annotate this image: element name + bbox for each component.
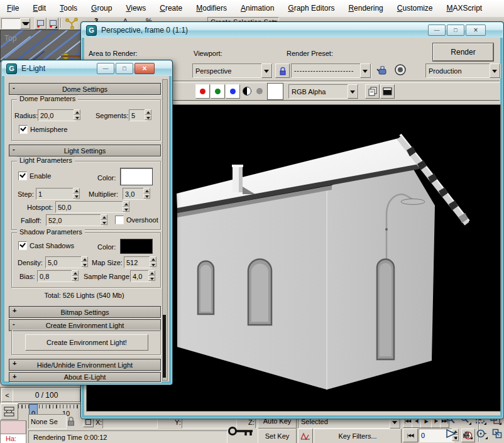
maximize-viewport-toggle[interactable] [490, 427, 504, 440]
rollout-hide-unhide[interactable]: + Hide/Unhide Environment Light [9, 359, 161, 371]
step-spinner[interactable] [73, 188, 80, 199]
render-setup-button[interactable] [375, 62, 390, 77]
chevron-down-icon[interactable] [261, 63, 272, 78]
menu-views[interactable]: Views [119, 0, 153, 16]
collapse-icon[interactable]: - [13, 145, 15, 153]
elight-close-button[interactable]: × [134, 63, 155, 74]
blue-channel-button[interactable] [226, 84, 240, 99]
radius-field[interactable]: 20,0 [38, 109, 76, 121]
menu-create[interactable]: Create [153, 0, 189, 16]
bias-spinner[interactable] [72, 270, 79, 281]
elight-scrollbar-thumb[interactable] [163, 315, 166, 378]
production-mode-combo[interactable]: Production [425, 63, 501, 78]
set-key-button[interactable]: Set Key [258, 429, 297, 443]
bias-field[interactable]: 0,8 [37, 270, 74, 282]
elight-scrollbar[interactable] [162, 79, 168, 381]
overshoot-checkbox[interactable] [115, 216, 124, 224]
map-size-spinner[interactable] [150, 256, 156, 267]
green-channel-button[interactable] [211, 84, 225, 99]
pan-button[interactable] [459, 427, 473, 440]
named-selection-field[interactable] [1, 18, 21, 29]
time-slider-handle[interactable]: 0 / 100 [13, 388, 80, 402]
hotspot-field[interactable]: 50,0 [55, 201, 125, 213]
background-color-swatch[interactable] [267, 83, 283, 100]
enable-checkbox[interactable] [18, 172, 27, 180]
falloff-field[interactable]: 52,0 [46, 214, 103, 226]
rfw-maximize-button[interactable]: □ [447, 25, 464, 36]
segments-spinner[interactable] [145, 109, 151, 120]
falloff-spinner[interactable] [101, 214, 107, 225]
menu-rendering[interactable]: Rendering [341, 0, 390, 16]
menu-file[interactable]: File [0, 0, 26, 16]
time-slider-track[interactable]: < 0 / 100 [0, 387, 82, 403]
listener-pink-row[interactable] [0, 420, 26, 434]
keyboard-shortcut-override-toggle[interactable] [227, 422, 256, 443]
rollout-about[interactable]: + About E-Light [9, 372, 161, 382]
monochrome-button[interactable] [242, 86, 252, 96]
radius-spinner[interactable] [74, 109, 80, 120]
mini-curve-editor-button[interactable] [1, 403, 18, 420]
viewport-combo[interactable]: Perspective [192, 63, 273, 78]
hotspot-spinner[interactable] [123, 201, 129, 212]
key-mode-toggle[interactable]: |◀◀| [403, 429, 418, 442]
field-of-view-button[interactable] [444, 427, 457, 440]
red-channel-button[interactable] [195, 84, 210, 99]
chevron-down-icon[interactable] [360, 63, 371, 78]
select-and-manipulate-icon[interactable] [65, 17, 78, 29]
menu-group[interactable]: Group [84, 0, 119, 16]
expand-icon[interactable]: + [13, 307, 16, 314]
default-in-out-tangent-button[interactable] [298, 429, 313, 443]
selection-lock-icon[interactable] [67, 416, 75, 426]
menu-tools[interactable]: Tools [53, 0, 84, 16]
group-light-label: Light Parameters [17, 156, 75, 164]
mirror-button[interactable] [35, 18, 47, 30]
align-button[interactable] [47, 18, 58, 30]
rollout-bitmap-settings[interactable]: + Bitmap Settings [9, 306, 161, 318]
map-size-field[interactable]: 512 [124, 256, 152, 268]
time-slider-prev-button[interactable]: < [1, 388, 13, 402]
menu-graph-editors[interactable]: Graph Editors [281, 0, 341, 16]
elight-maximize-button[interactable]: □ [116, 63, 133, 74]
named-selection-dropdown-icon[interactable] [20, 18, 30, 29]
menu-animation[interactable]: Animation [234, 0, 281, 16]
expand-icon[interactable]: + [13, 373, 16, 380]
chevron-down-icon[interactable] [490, 63, 500, 78]
shadow-color-swatch[interactable] [120, 239, 153, 254]
menu-modifiers[interactable]: Modifiers [189, 0, 234, 16]
listener-white-row[interactable]: Ha: [0, 434, 26, 443]
density-field[interactable]: 5,0 [45, 256, 84, 268]
viewport-lock-button[interactable] [275, 63, 290, 78]
create-environment-light-button[interactable]: Create Environment Light! [25, 334, 148, 351]
rollout-dome-settings[interactable]: - Dome Settings [9, 83, 161, 95]
multiplier-field[interactable]: 3,0 [123, 188, 146, 200]
render-button[interactable]: Render [433, 43, 493, 61]
channel-display-combo[interactable]: RGB Alpha [288, 84, 359, 99]
menu-customize[interactable]: Customize [390, 0, 440, 16]
render-preset-combo[interactable]: ---------------------- [291, 63, 371, 78]
multiplier-spinner[interactable] [143, 188, 150, 199]
rollout-light-settings[interactable]: - Light Settings [9, 145, 161, 156]
menu-maxscript[interactable]: MAXScript [440, 0, 490, 16]
collapse-icon[interactable]: - [13, 320, 15, 327]
elight-minimize-button[interactable]: — [97, 63, 114, 74]
rfw-minimize-button[interactable]: — [428, 25, 446, 36]
collapse-icon[interactable]: - [13, 84, 15, 91]
copy-image-button[interactable] [365, 84, 380, 99]
sample-range-spinner[interactable] [148, 270, 155, 281]
density-spinner[interactable] [81, 256, 88, 267]
step-field[interactable]: 1 [36, 188, 75, 200]
expand-icon[interactable]: + [13, 359, 16, 367]
key-filters-button[interactable]: Key Filters... [314, 429, 402, 443]
environment-dialog-button[interactable] [393, 62, 408, 77]
cast-shadows-checkbox[interactable] [18, 241, 27, 250]
clone-rendered-frame-button[interactable] [380, 84, 395, 99]
viewport-label[interactable]: Top [4, 34, 16, 43]
alpha-channel-button[interactable] [256, 87, 263, 95]
hemisphere-checkbox[interactable] [19, 125, 28, 134]
chevron-down-icon[interactable] [348, 84, 358, 99]
viewport-top[interactable]: Top [0, 30, 82, 62]
menu-edit[interactable]: Edit [26, 0, 53, 16]
rfw-close-button[interactable]: × [466, 25, 486, 36]
light-color-swatch[interactable] [120, 168, 153, 185]
arc-rotate-button[interactable] [474, 427, 488, 440]
